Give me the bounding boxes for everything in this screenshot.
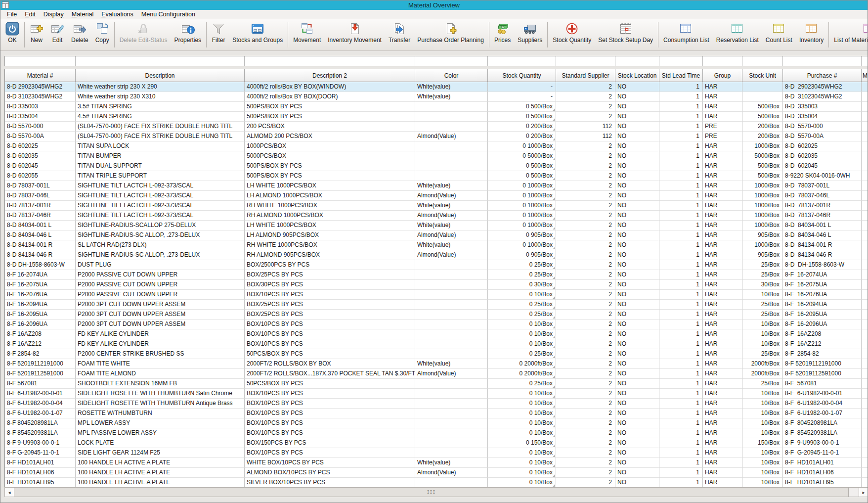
filter-cell-group[interactable] [703, 56, 742, 66]
cell-color[interactable]: Almond(Value) [415, 230, 488, 240]
cell-m[interactable] [862, 389, 868, 399]
cell-stock-location[interactable]: NO [615, 132, 659, 141]
cell-stock-location[interactable]: NO [615, 280, 659, 290]
cell-stock-quantity[interactable]: 0 500/Box [488, 161, 556, 171]
cell-group[interactable]: HAR [703, 161, 742, 171]
cell-stock-quantity[interactable]: 0 1000/Box [488, 201, 556, 211]
table-row[interactable]: 8-D 5570-00A(SL04-7570-000) FACE FIX STR… [5, 132, 868, 141]
cell-stock-unit[interactable]: 5000/Box [742, 151, 783, 161]
table-row[interactable]: 8-F 6-U1982-00-0-01SIDELIGHT ROSETTE WIT… [5, 389, 868, 399]
cell-stock-unit[interactable]: 25/Box [742, 260, 783, 270]
cell-color[interactable] [415, 122, 488, 132]
cell-stock-location[interactable]: NO [615, 399, 659, 409]
cell-color[interactable] [415, 448, 488, 458]
cell-description-2[interactable]: 50PCS/BOX BY PCS [245, 349, 415, 359]
cell-m[interactable] [862, 201, 868, 211]
cell-group[interactable]: HAR [703, 320, 742, 329]
cell-material[interactable]: 8-F 8545209381LA [5, 428, 76, 438]
cell-description-2[interactable]: ALMOMD 200 PCS/BOX [245, 132, 415, 141]
cell-stock-location[interactable]: NO [615, 191, 659, 201]
cell-description[interactable]: TITAN SUPA LOCK [76, 141, 245, 151]
cell-material[interactable]: 8-F 16-2074UA [5, 270, 76, 280]
cell-stock-location[interactable]: NO [615, 171, 659, 181]
cell-color[interactable]: White(value) [415, 82, 488, 92]
cell-color[interactable] [415, 418, 488, 428]
cell-stock-quantity[interactable]: 0 905/Box [488, 230, 556, 240]
table-row[interactable]: 8-D 3350044.5# TITAN SPRING500PS/BOX BY … [5, 112, 868, 122]
scroll-left-button[interactable]: ◂ [5, 488, 14, 497]
cell-stock-quantity[interactable]: 0 1000/Box [488, 181, 556, 191]
cell-material[interactable]: 8-D 602055 [5, 171, 76, 181]
cell-stock-location[interactable]: NO [615, 181, 659, 191]
cell-purchase[interactable]: 8-F 16-2074UA [783, 270, 862, 280]
cell-description[interactable]: 3.5# TITAN SPRING [76, 102, 245, 112]
cell-purchase[interactable]: 8-D 29023045WHG2 [783, 82, 862, 92]
cell-m[interactable] [862, 112, 868, 122]
table-row[interactable]: 8-D 78137-046RSIGHTLINE TILT LACTCH L-09… [5, 211, 868, 221]
cell-description[interactable]: FOAM TITE WHITE [76, 359, 245, 369]
cell-stock-quantity[interactable]: 0 10/Box [488, 448, 556, 458]
cell-group[interactable]: HAR [703, 211, 742, 221]
cell-color[interactable] [415, 171, 488, 181]
cell-stock-location[interactable]: NO [615, 112, 659, 122]
scroll-thumb[interactable]: III [14, 488, 849, 497]
cell-description-2[interactable]: BOX/10PCS BY PCS [245, 320, 415, 329]
cell-purchase[interactable]: 8-D 84034-001 L [783, 221, 862, 230]
cell-standard-supplier[interactable]: 2 [556, 290, 615, 300]
cell-group[interactable]: HAR [703, 379, 742, 389]
cell-standard-supplier[interactable]: 2 [556, 82, 615, 92]
cell-description[interactable]: SIDELIGHT ROSETTE WITH THUMBTURN Satin C… [76, 389, 245, 399]
table-row[interactable]: 8-F 16-2095UAP2000 3PT CUT DOWN UPPER AS… [5, 310, 868, 320]
cell-color[interactable] [415, 379, 488, 389]
cell-stock-unit[interactable]: 10/Box [742, 418, 783, 428]
cell-group[interactable]: HAR [703, 438, 742, 448]
cell-stock-quantity[interactable]: - [488, 82, 556, 92]
cell-stock-location[interactable]: NO [615, 359, 659, 369]
cell-stock-quantity[interactable]: 0 30/Box [488, 280, 556, 290]
cell-description-2[interactable]: BOX/10PCS BY PCS [245, 409, 415, 418]
cell-standard-supplier[interactable]: 2 [556, 359, 615, 369]
inventory-button[interactable]: Inventory [796, 20, 827, 49]
table-row[interactable]: 8-D 84034-046 LSIGHTLINE-RADIUS-SC ALLOP… [5, 230, 868, 240]
cell-stock-quantity[interactable]: 0 1000/Box [488, 141, 556, 151]
cell-stock-quantity[interactable]: 0 500/Box [488, 171, 556, 181]
cell-m[interactable] [862, 221, 868, 230]
cell-stock-location[interactable]: NO [615, 339, 659, 349]
cell-group[interactable]: HAR [703, 409, 742, 418]
cell-purchase[interactable]: 8-D 602025 [783, 141, 862, 151]
cell-material[interactable]: 8-D 335003 [5, 102, 76, 112]
cell-std-lead-time[interactable]: 1 [659, 201, 703, 211]
cell-description-2[interactable]: LH WHITE 1000PCS/BOX [245, 221, 415, 230]
cell-description-2[interactable]: RH ALMOND 905PCS/BOX [245, 250, 415, 260]
cell-purchase[interactable]: 8-F 16-2076UA [783, 290, 862, 300]
cell-color[interactable]: White(value) [415, 221, 488, 230]
cell-description-2[interactable]: 500PS/BOX BY PCS [245, 171, 415, 181]
cell-purchase[interactable]: 8-D 78137-046R [783, 211, 862, 221]
cell-std-lead-time[interactable]: 1 [659, 221, 703, 230]
cell-description[interactable]: SL LATCH RAD(273 DLX) [76, 240, 245, 250]
cell-color[interactable] [415, 399, 488, 409]
cell-std-lead-time[interactable]: 1 [659, 409, 703, 418]
cell-m[interactable] [862, 428, 868, 438]
cell-stock-location[interactable]: NO [615, 418, 659, 428]
cell-stock-quantity[interactable]: 0 2000ft/Box [488, 369, 556, 379]
cell-group[interactable]: HAR [703, 250, 742, 260]
table-row[interactable]: 8-F 52019112191000FOAM TITE WHITE2000FT/… [5, 359, 868, 369]
cell-purchase[interactable]: 8-F 6-U1982-00-0-01 [783, 389, 862, 399]
cell-stock-quantity[interactable]: 0 25/Box [488, 260, 556, 270]
cell-color[interactable]: White(value) [415, 359, 488, 369]
table-row[interactable]: 8-D 602045TITAN DUAL SUPPORT500PS/BOX BY… [5, 161, 868, 171]
filter-cell-m[interactable] [862, 56, 868, 66]
cell-m[interactable] [862, 171, 868, 181]
table-row[interactable]: 8-D 602035TITAN BUMPER5000PCS/BOX0 5000/… [5, 151, 868, 161]
cell-std-lead-time[interactable]: 1 [659, 468, 703, 478]
cell-stock-location[interactable]: NO [615, 379, 659, 389]
cell-description[interactable]: SIDELIGHT ROSETTE WITH THUMBTURN Antique… [76, 399, 245, 409]
cell-purchase[interactable]: 8-D 78137-001R [783, 201, 862, 211]
cell-description-2[interactable]: BOX/25PCS BY PCS [245, 310, 415, 320]
cell-purchase[interactable]: 8-F 16-2095UA [783, 310, 862, 320]
consumption-list-button[interactable]: Consumption List [660, 20, 713, 49]
cell-stock-quantity[interactable]: 0 25/Box [488, 379, 556, 389]
cell-stock-unit[interactable]: 10/Box [742, 448, 783, 458]
cell-material[interactable]: 8-D 602025 [5, 141, 76, 151]
